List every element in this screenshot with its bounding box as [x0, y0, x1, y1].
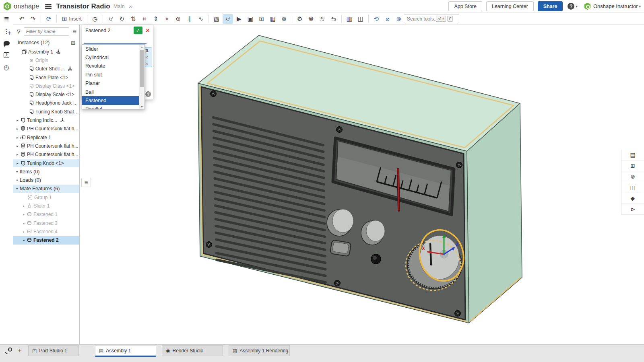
tree-item[interactable]: ▸Fastened 3	[13, 219, 79, 227]
insert-connector-icon[interactable]: ⋮+	[0, 25, 13, 37]
list-view-icon[interactable]: ≡	[72, 29, 77, 35]
learning-center-button[interactable]: Learning Center	[486, 1, 534, 11]
workspace-name[interactable]: Main	[114, 3, 125, 9]
group-parts-icon[interactable]: ▣	[245, 14, 256, 24]
search-tools-input[interactable]	[407, 16, 436, 22]
onshape-logo-icon[interactable]	[3, 2, 11, 10]
dialog-accept-button[interactable]: ✓	[134, 27, 142, 34]
model-question-icon[interactable]: ?	[0, 49, 13, 61]
mate-features-header[interactable]: ▾Mate Features (6)	[13, 185, 79, 193]
chevron-right-icon[interactable]: ▸	[21, 221, 27, 225]
configurations-panel-icon[interactable]: ⊞	[621, 160, 644, 171]
share-link-icon[interactable]: ∞	[129, 3, 132, 9]
tree-item[interactable]: Origin	[13, 56, 79, 64]
dropdown-scrollbar[interactable]: ▲ ▼	[139, 45, 144, 109]
tree-item[interactable]: ▸Tuning Knob <1>	[13, 159, 79, 167]
tab-assembly-1-rendering-j-[interactable]: ▨Assembly 1 Rendering.j...	[229, 345, 290, 356]
dropdown-item[interactable]: Slider	[82, 45, 144, 53]
history-icon[interactable]: ◷	[90, 14, 100, 24]
interference-icon[interactable]: ◫	[355, 14, 366, 24]
main-menu-icon[interactable]	[45, 4, 52, 9]
section-view-panel-icon[interactable]: ◫	[621, 182, 644, 193]
help-icon[interactable]: ?	[568, 3, 574, 10]
screw-relation-icon[interactable]: ≋	[317, 14, 328, 24]
filter-input[interactable]	[24, 27, 69, 36]
headphone-jack[interactable]	[371, 254, 381, 264]
tab-render-studio[interactable]: ◉Render Studio	[162, 345, 223, 356]
insert-to-folder-icon[interactable]: ⊞	[71, 40, 75, 46]
tab-assembly-1[interactable]: ▤Assembly 1	[95, 345, 156, 357]
tree-item[interactable]: Display Scale <1>	[13, 90, 79, 99]
slider-mate-icon[interactable]: ⇅	[128, 14, 138, 24]
pin-slot-mate-icon[interactable]: ⌖	[162, 14, 172, 24]
chevron-right-icon[interactable]: ▸	[21, 238, 27, 242]
box-select-icon[interactable]: ▧	[211, 14, 222, 24]
dropdown-item[interactable]: Ball	[82, 88, 144, 96]
belt-relation-icon[interactable]: ⇆	[328, 14, 339, 24]
dropdown-item[interactable]: Fastened	[82, 96, 144, 105]
comment-icon[interactable]	[0, 37, 13, 49]
rack-pinion-relation-icon[interactable]: ☸	[306, 14, 316, 24]
tree-item[interactable]: Outer Shell ...	[13, 65, 79, 73]
tree-item[interactable]: ▸Tuning Indic...	[13, 116, 79, 124]
chevron-right-icon[interactable]: ▸	[15, 118, 20, 122]
undo-icon[interactable]: ↶	[17, 14, 27, 24]
dropdown-item[interactable]: Pin slot	[82, 70, 144, 79]
planar-mate-icon[interactable]: ⌗	[139, 14, 150, 24]
slide-button[interactable]	[330, 240, 351, 256]
viewport-3d[interactable]: X Z Top Front Right Z X	[80, 25, 644, 344]
chevron-right-icon[interactable]: ▸	[15, 127, 20, 131]
tree-item[interactable]: Headphone Jack <1>	[13, 99, 79, 107]
tree-item[interactable]: Group 1	[13, 193, 79, 202]
remove-connector-icon[interactable]: ×	[145, 56, 149, 60]
gear-relation-icon[interactable]: ⚙	[295, 14, 305, 24]
add-tab-button[interactable]: +	[15, 345, 24, 356]
feature-list-panel-icon[interactable]: ▤	[621, 150, 644, 160]
tree-item[interactable]: ▸PH Countersunk flat h...	[13, 125, 79, 133]
tree-item[interactable]: Face Plate <1>	[13, 73, 79, 82]
tree-item[interactable]: Display Glass <1>	[13, 82, 79, 90]
scroll-up-icon[interactable]: ▲	[139, 45, 144, 49]
update-icon[interactable]: ⟳	[43, 14, 54, 24]
explode-icon[interactable]: ⊛	[279, 14, 289, 24]
tab-part-studio-1[interactable]: ◰Part Studio 1	[28, 345, 79, 356]
tree-item[interactable]: ▸Fastened 1	[13, 210, 79, 219]
named-positions-panel-icon[interactable]: ⊚	[621, 171, 644, 182]
scroll-down-icon[interactable]: ▼	[139, 104, 144, 109]
app-store-button[interactable]: App Store	[448, 1, 482, 11]
chevron-right-icon[interactable]: ▸	[21, 212, 27, 216]
tree-item[interactable]: Assembly 1	[13, 47, 79, 56]
mate-list-toggle-button[interactable]: ≣	[81, 178, 91, 187]
user-name[interactable]: Onshape Instructor	[593, 3, 638, 9]
section-header[interactable]: ▾Loads (0)	[13, 176, 79, 184]
scroll-thumb[interactable]	[140, 50, 144, 87]
select-part-icon[interactable]: ▶	[234, 14, 244, 24]
chevron-down-icon[interactable]: ▾	[14, 170, 20, 174]
dropdown-item[interactable]: Planar	[82, 79, 144, 88]
tree-item[interactable]: ▸Replicate 1	[13, 133, 79, 142]
chevron-down-icon[interactable]: ▾	[14, 187, 20, 191]
remove-connector-icon[interactable]: ×	[145, 62, 149, 66]
feature-doc-icon[interactable]: ▥	[344, 14, 355, 24]
dropdown-item[interactable]: Parallel	[82, 105, 144, 109]
parallel-mate-icon[interactable]: ∥	[184, 14, 195, 24]
insert-button[interactable]: ⊞Insert	[59, 14, 85, 24]
chevron-right-icon[interactable]: ▸	[21, 204, 27, 208]
dropdown-item[interactable]: Cylindrical	[82, 53, 144, 62]
assembly-tree-icon[interactable]: ≣	[0, 13, 13, 25]
stopwatch-icon[interactable]: ◴	[0, 61, 13, 73]
redo-icon[interactable]: ↷	[28, 14, 38, 24]
section-header[interactable]: ▾Items (0)	[13, 167, 79, 176]
chevron-down-icon[interactable]: ▾	[14, 178, 20, 182]
tree-item[interactable]: ▸Fastened 4	[13, 227, 79, 236]
user-avatar-logo-icon[interactable]	[584, 3, 591, 10]
chevron-right-icon[interactable]: ▸	[15, 161, 20, 165]
chevron-right-icon[interactable]: ▸	[21, 230, 27, 234]
revolute-connector-icon[interactable]: ⟲	[371, 14, 382, 24]
chevron-right-icon[interactable]: ▸	[15, 144, 20, 148]
chevron-right-icon[interactable]: ▸	[15, 136, 20, 140]
dropdown-item[interactable]: Revolute	[82, 62, 144, 70]
tangent-mate-icon[interactable]: ∿	[196, 14, 206, 24]
dialog-close-button[interactable]: ×	[144, 27, 151, 34]
callout-panel-icon[interactable]: ⊳	[621, 204, 644, 215]
